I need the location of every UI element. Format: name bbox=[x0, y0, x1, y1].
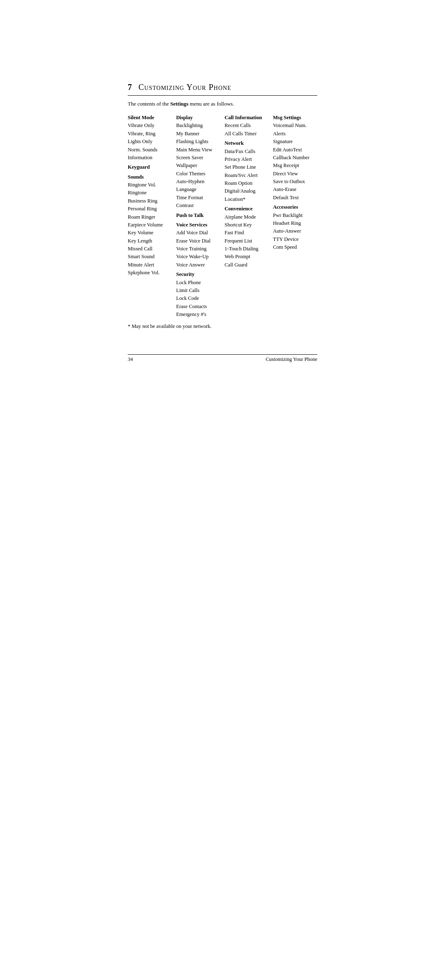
intro-bold-word: Settings bbox=[170, 101, 188, 107]
menu-item: Ringtone bbox=[128, 189, 172, 197]
menu-item: Lock Code bbox=[176, 294, 221, 302]
page-footer: 34 Customizing Your Phone bbox=[128, 354, 317, 363]
menu-item: Digital/Analog bbox=[225, 187, 269, 195]
menu-item: Smart Sound bbox=[128, 253, 172, 261]
chapter-divider bbox=[128, 95, 317, 96]
menu-heading-0-0: Silent Mode bbox=[128, 114, 172, 122]
menu-heading-3-0: Msg Settings bbox=[273, 114, 318, 122]
menu-item: Minute Alert bbox=[128, 261, 172, 269]
chapter-number: 7 bbox=[128, 82, 132, 92]
menu-column-1: Silent ModeVibrate OnlyVibrate, RingLigh… bbox=[128, 112, 172, 318]
menu-item: TTY Device bbox=[273, 236, 318, 243]
menu-item: Business Ring bbox=[128, 197, 172, 205]
menu-item: Auto-Answer bbox=[273, 227, 318, 235]
menu-item: Vibrate, Ring bbox=[128, 130, 172, 138]
menu-item: Information bbox=[128, 154, 172, 162]
menu-item: Screen Saver bbox=[176, 154, 221, 162]
menu-column-2: DisplayBacklightingMy BannerFlashing Lig… bbox=[176, 112, 221, 318]
menu-item: Erase Voice Dial bbox=[176, 237, 221, 245]
menu-item: Roam Option bbox=[225, 179, 269, 187]
menu-item: Call Guard bbox=[225, 261, 269, 269]
menu-item: Data/Fax Calls bbox=[225, 148, 269, 155]
menu-item: Auto-Erase bbox=[273, 186, 318, 193]
menu-item: Backlighting bbox=[176, 122, 221, 130]
menu-item: Emergency #'s bbox=[176, 311, 221, 318]
menu-item: Voice Training bbox=[176, 245, 221, 253]
menu-heading-2-1: Network bbox=[225, 139, 269, 147]
menu-item: Time Format bbox=[176, 194, 221, 202]
intro-text-after: menu are as follows. bbox=[188, 101, 234, 107]
intro-paragraph: The contents of the Settings menu are as… bbox=[128, 101, 317, 107]
menu-heading-1-0: Display bbox=[176, 114, 221, 122]
menu-item: Shortcut Key bbox=[225, 221, 269, 229]
chapter-header: 7Customizing Your Phone bbox=[128, 82, 317, 92]
bottom-spacer bbox=[128, 363, 317, 486]
menu-item: Vibrate Only bbox=[128, 122, 172, 130]
menu-item: Earpiece Volume bbox=[128, 221, 172, 229]
menu-heading-1-1: Push to Talk bbox=[176, 212, 221, 219]
menu-item: Erase Contacts bbox=[176, 303, 221, 311]
menu-heading-2-2: Convenience bbox=[225, 205, 269, 213]
menu-item: Flashing Lights bbox=[176, 138, 221, 146]
menu-item: Norm. Sounds bbox=[128, 146, 172, 154]
menu-heading-3-1: Accessories bbox=[273, 203, 318, 211]
menu-item: Web Prompt bbox=[225, 253, 269, 261]
menu-item: Add Voice Dial bbox=[176, 229, 221, 237]
menu-item: Airplane Mode bbox=[225, 213, 269, 221]
menu-item: Com Speed bbox=[273, 243, 318, 251]
menu-item: Recent Calls bbox=[225, 122, 269, 130]
menu-item: Voice Answer bbox=[176, 261, 221, 269]
menu-item: Roam Ringer bbox=[128, 213, 172, 221]
menu-item: Key Volume bbox=[128, 229, 172, 237]
menu-item: Key Length bbox=[128, 237, 172, 245]
menu-item: Limit Calls bbox=[176, 287, 221, 294]
menu-item: Lock Phone bbox=[176, 279, 221, 287]
menu-item: Signature bbox=[273, 138, 318, 146]
menu-heading-0-2: Sounds bbox=[128, 173, 172, 181]
menu-heading-1-3: Security bbox=[176, 271, 221, 278]
menu-heading-0-1: Keyguard bbox=[128, 163, 172, 171]
menu-item: Default Text bbox=[273, 194, 318, 202]
menu-item: Language bbox=[176, 186, 221, 193]
page-number: 34 bbox=[128, 356, 133, 363]
menu-item: Edit AutoText bbox=[273, 146, 318, 154]
menu-item: Direct View bbox=[273, 170, 318, 178]
menu-item: Wallpaper bbox=[176, 162, 221, 170]
menu-item: All Calls Timer bbox=[225, 130, 269, 138]
menu-heading-2-0: Call Information bbox=[225, 114, 269, 122]
menu-item: My Banner bbox=[176, 130, 221, 138]
menu-column-3: Call InformationRecent CallsAll Calls Ti… bbox=[225, 112, 269, 318]
menu-item: Alerts bbox=[273, 130, 318, 138]
menu-item: Personal Ring bbox=[128, 205, 172, 213]
menu-item: Roam/Svc Alert bbox=[225, 172, 269, 179]
menu-item: Missed Call bbox=[128, 245, 172, 253]
menu-column-4: Msg SettingsVoicemail Num.AlertsSignatur… bbox=[273, 112, 318, 318]
menu-item: 1-Touch Dialing bbox=[225, 245, 269, 253]
menu-item: Location* bbox=[225, 196, 269, 203]
intro-text-before: The contents of the bbox=[128, 101, 170, 107]
menu-item: Pwr Backlight bbox=[273, 212, 318, 219]
menu-item: Spkrphone Vol. bbox=[128, 269, 172, 277]
chapter-title: Customizing Your Phone bbox=[138, 82, 231, 92]
menu-item: Callback Number bbox=[273, 154, 318, 162]
menu-item: Set Phone Line bbox=[225, 163, 269, 171]
menu-heading-1-2: Voice Services bbox=[176, 221, 221, 229]
menu-item: Voicemail Num. bbox=[273, 122, 318, 130]
footnote: * May not be available on your network. bbox=[128, 323, 317, 330]
menu-item: Msg Receipt bbox=[273, 162, 318, 170]
menu-item: Lights Only bbox=[128, 138, 172, 146]
menu-grid: Silent ModeVibrate OnlyVibrate, RingLigh… bbox=[128, 112, 317, 318]
menu-item: Save to Outbox bbox=[273, 178, 318, 186]
menu-item: Ringtone Vol. bbox=[128, 181, 172, 189]
menu-item: Voice Wake-Up bbox=[176, 253, 221, 261]
menu-item: Contrast bbox=[176, 202, 221, 210]
menu-item: Headset Ring bbox=[273, 219, 318, 227]
menu-item: Main Menu View bbox=[176, 146, 221, 154]
menu-item: Frequent List bbox=[225, 237, 269, 245]
menu-item: Fast Find bbox=[225, 229, 269, 237]
menu-item: Privacy Alert bbox=[225, 155, 269, 163]
menu-item: Auto-Hyphen bbox=[176, 178, 221, 186]
menu-item: Color Themes bbox=[176, 170, 221, 178]
footer-title: Customizing Your Phone bbox=[266, 356, 317, 363]
top-spacer bbox=[128, 8, 317, 82]
